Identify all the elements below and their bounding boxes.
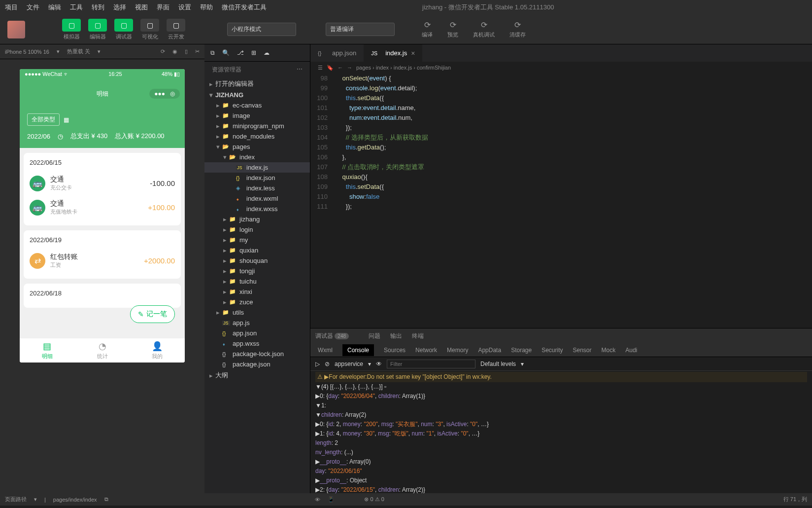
devtab-Audi[interactable]: Audi	[625, 347, 637, 354]
capsule-close[interactable]: ◎	[170, 90, 175, 97]
ext-icon[interactable]: ⊞	[251, 49, 256, 56]
device-icon[interactable]: ▯	[185, 48, 188, 55]
eye-icon[interactable]: 👁	[376, 361, 382, 367]
levels-select[interactable]: Default levels	[480, 361, 516, 367]
tree-app.wxss[interactable]: ⬧app.wxss	[204, 338, 310, 349]
record-row[interactable]: 🚌交通充公交卡-100.00	[30, 171, 175, 195]
tree-zuce[interactable]: ▸📁zuce	[204, 297, 310, 307]
tabbar-明细[interactable]: ▤明细	[20, 338, 75, 363]
filter-button[interactable]: 全部类型	[27, 113, 60, 126]
grid-icon[interactable]: ▦	[64, 116, 69, 123]
tb-编译[interactable]: ⟳编译	[419, 19, 435, 39]
tb-预览[interactable]: ⟳预览	[445, 19, 461, 39]
devtab-Console[interactable]: Console	[342, 344, 374, 356]
debugger-tab[interactable]: 调试器 248	[315, 332, 349, 340]
tree-index.wxss[interactable]: ⬧index.wxss	[204, 204, 310, 214]
tb-云开发[interactable]: ▢云开发	[164, 18, 188, 41]
tree-image[interactable]: ▸📁image	[204, 110, 310, 121]
capsule-menu[interactable]: ●●●	[154, 90, 165, 97]
cloud-icon[interactable]: ☁	[264, 49, 270, 56]
tree-node_modules[interactable]: ▸📁node_modules	[204, 131, 310, 142]
project-root[interactable]: ▾JIZHANG	[204, 90, 310, 100]
tree-ec-canvas[interactable]: ▸📁ec-canvas	[204, 100, 310, 110]
console-line[interactable]: day: "2022/06/16"	[315, 467, 807, 476]
menu-转到[interactable]: 转到	[92, 3, 104, 11]
menu-工具[interactable]: 工具	[70, 3, 83, 11]
breadcrumb[interactable]: ☰🔖←→ pages › index › index.js › confirmS…	[310, 62, 812, 73]
devtab-Wxml[interactable]: Wxml	[318, 347, 333, 354]
tree-index.json[interactable]: {}index.json	[204, 173, 310, 183]
menu-选择[interactable]: 选择	[113, 3, 126, 11]
hotreload[interactable]: 热重载 关	[67, 48, 90, 55]
menu-项目[interactable]: 项目	[5, 3, 18, 11]
search-icon[interactable]: 🔍	[222, 49, 230, 56]
filter-input[interactable]	[387, 360, 475, 368]
devtab-AppData[interactable]: AppData	[478, 347, 501, 354]
tree-tuichu[interactable]: ▸📁tuichu	[204, 276, 310, 287]
tree-index[interactable]: ▾📂index	[204, 152, 310, 162]
console-line[interactable]: ▶__proto__: Array(0)	[315, 457, 807, 467]
avatar[interactable]	[7, 21, 25, 38]
play-icon[interactable]: ▷	[315, 361, 320, 367]
devtab-Security[interactable]: Security	[541, 347, 563, 354]
opened-editors[interactable]: ▸打开的编辑器	[204, 78, 310, 90]
files-icon[interactable]: ⧉	[210, 49, 215, 56]
menu-编辑[interactable]: 编辑	[48, 3, 61, 11]
close-icon[interactable]: ×	[411, 49, 415, 57]
tree-app.js[interactable]: JSapp.js	[204, 318, 310, 328]
tb-编辑器[interactable]: ▢编辑器	[86, 18, 109, 41]
dbg-tab-终端[interactable]: 终端	[412, 332, 424, 339]
tree-miniprogram_npm[interactable]: ▸📁miniprogram_npm	[204, 121, 310, 131]
tree-my[interactable]: ▸📁my	[204, 235, 310, 245]
tb-真机调试[interactable]: ⟳真机调试	[471, 19, 497, 39]
record-row[interactable]: ⇄红包转账工资+2000.00	[30, 249, 175, 273]
outline[interactable]: ▸大纲	[204, 369, 310, 381]
tabbar-统计[interactable]: ◔统计	[75, 338, 130, 363]
tree-utils[interactable]: ▸📁utils	[204, 307, 310, 318]
console-line[interactable]: ▶__proto__: Object	[315, 476, 807, 485]
devtab-Sensor[interactable]: Sensor	[573, 347, 592, 354]
record-icon[interactable]: ◉	[172, 48, 177, 55]
tb-可视化[interactable]: ▢可视化	[138, 18, 162, 41]
context-select[interactable]: appservice	[335, 361, 363, 367]
tree-index.less[interactable]: ◈index.less	[204, 183, 310, 193]
dbg-tab-输出[interactable]: 输出	[390, 332, 402, 339]
mode-select[interactable]: 小程序模式	[227, 23, 296, 36]
tree-app.json[interactable]: {}app.json	[204, 328, 310, 338]
devtab-Storage[interactable]: Storage	[511, 347, 532, 354]
console-line[interactable]: ▶2: {day: "2022/06/15", children: Array(…	[315, 485, 807, 493]
git-icon[interactable]: ⎇	[237, 49, 244, 56]
add-record-button[interactable]: ✎ 记一笔	[130, 305, 175, 323]
tabbar-我的[interactable]: 👤我的	[130, 338, 185, 363]
devtab-Sources[interactable]: Sources	[384, 347, 406, 354]
console-line[interactable]: ▼1:	[315, 401, 807, 410]
code-editor[interactable]: 9899100101102103104105106107108109110111…	[310, 73, 812, 328]
tree-pages[interactable]: ▾📂pages	[204, 142, 310, 152]
tree-login[interactable]: ▸📁login	[204, 224, 310, 235]
tree-tongji[interactable]: ▸📁tongji	[204, 266, 310, 276]
console-line[interactable]: ▶0: {id: 2, money: "200", msg: "买衣服", nu…	[315, 420, 807, 429]
menu-微信开发者工具[interactable]: 微信开发者工具	[222, 3, 267, 11]
console-line[interactable]: ▼(4) [{…}, {…}, {…}, {…}] ▫	[315, 382, 807, 392]
tree-index.wxml[interactable]: ⬥index.wxml	[204, 193, 310, 204]
tab-index.js[interactable]: JSindex.js×	[364, 44, 422, 62]
dbg-tab-问题[interactable]: 问题	[369, 332, 380, 339]
tb-调试器[interactable]: ▢调试器	[112, 18, 135, 41]
console-line[interactable]: nv_length: (...)	[315, 448, 807, 457]
console-line[interactable]: ▼children: Array(2)	[315, 410, 807, 420]
tree-shouquan[interactable]: ▸📁shouquan	[204, 255, 310, 266]
month[interactable]: 2022/06	[27, 133, 50, 140]
phone-icon[interactable]: 📱	[328, 496, 335, 503]
menu-视图[interactable]: 视图	[135, 3, 148, 11]
device-select[interactable]: iPhone 5 100% 16	[5, 49, 49, 55]
copy-icon[interactable]: ⧉	[104, 496, 108, 503]
eye-icon[interactable]: 👁	[315, 497, 320, 503]
tab-app.json[interactable]: {}app.json	[310, 44, 364, 62]
menu-文件[interactable]: 文件	[27, 3, 39, 11]
record-row[interactable]: 🚌交通充值地铁卡+100.00	[30, 195, 175, 219]
compile-select[interactable]: 普通编译	[326, 23, 395, 36]
tree-xinxi[interactable]: ▸📁xinxi	[204, 287, 310, 297]
tb-模拟器[interactable]: ▢模拟器	[60, 18, 83, 41]
devtab-Memory[interactable]: Memory	[447, 347, 468, 354]
cut-icon[interactable]: ✂	[195, 48, 200, 55]
